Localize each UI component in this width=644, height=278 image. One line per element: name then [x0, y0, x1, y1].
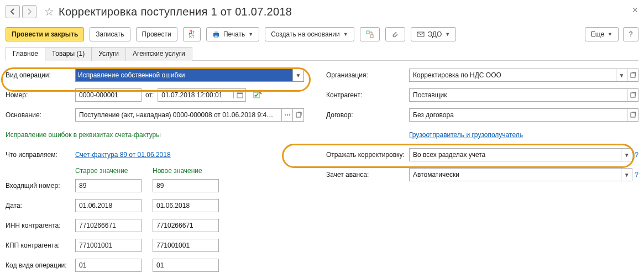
basis-input[interactable]: Поступление (акт, накладная) 0000-000008… [75, 108, 304, 122]
kod-label: Код вида операции: [6, 261, 75, 269]
shipper-consignee-link[interactable]: Грузоотправитель и грузополучатель [409, 131, 523, 139]
chevron-down-icon: ▼ [248, 32, 253, 37]
create-on-basis-button[interactable]: Создать на основании ▼ [265, 27, 354, 41]
toolbar: Провести и закрыть Записать Провести ДтК… [6, 23, 638, 45]
fix-label: Что исправляем: [6, 151, 75, 159]
basis-label: Основание: [6, 111, 75, 119]
sf-date-old[interactable]: 01.06.2018 [75, 199, 142, 212]
incoming-number-row: Входящий номер: 89 89 [6, 177, 304, 195]
back-button[interactable] [6, 5, 20, 18]
tab-main[interactable]: Главное [6, 47, 45, 61]
open-icon[interactable] [292, 109, 303, 121]
calendar-icon[interactable] [233, 92, 245, 98]
open-icon[interactable] [627, 89, 638, 101]
incoming-number-new[interactable]: 89 [153, 179, 219, 192]
contra-combo[interactable]: Поставщик [409, 88, 638, 102]
basis-row: Основание: Поступление (акт, накладная) … [6, 106, 304, 124]
contract-row: Договор: Без договора [326, 106, 638, 124]
create-basis-label: Создать на основании [271, 30, 340, 38]
svg-rect-4 [370, 35, 373, 38]
contract-label: Договор: [326, 111, 409, 119]
chevron-down-icon: ▼ [343, 32, 348, 37]
advance-combo[interactable]: Автоматически ▼ [409, 168, 632, 181]
more-label: Еще [591, 30, 604, 38]
new-value-header: Новое значение [153, 167, 219, 175]
tabs: Главное Товары (1) Услуги Агентские услу… [6, 46, 638, 61]
edo-button[interactable]: ЭДО ▼ [411, 27, 457, 41]
advance-help-icon[interactable]: ? [635, 171, 638, 179]
paperclip-icon [391, 30, 399, 38]
rekv-text: Исправление ошибок в реквизитах счета-фа… [6, 131, 161, 139]
sf-date-row: Дата: 01.06.2018 01.06.2018 [6, 197, 304, 214]
reflect-combo[interactable]: Во всех разделах учета ▼ [409, 148, 632, 161]
chevron-down-icon[interactable]: ▼ [621, 169, 632, 181]
structure-button[interactable] [360, 27, 380, 41]
post-button[interactable]: Провести [136, 27, 177, 41]
from-label: от: [145, 91, 154, 99]
reflect-row: Отражать корректировку: Во всех разделах… [326, 146, 638, 164]
favorite-star-icon[interactable]: ☆ [44, 5, 54, 18]
window-title: Корректировка поступления 1 от 01.07.201… [59, 6, 292, 18]
print-button[interactable]: Печать ▼ [206, 27, 259, 41]
kpp-new[interactable]: 771001001 [153, 239, 219, 252]
attach-button[interactable] [385, 27, 405, 41]
operation-type-label: Вид операции: [6, 71, 75, 79]
kpp-old[interactable]: 771001001 [75, 239, 142, 252]
sf-date-new[interactable]: 01.06.2018 [153, 199, 219, 212]
svg-rect-10 [631, 73, 635, 77]
svg-rect-2 [214, 35, 218, 37]
rekv-info: Исправление ошибок в реквизитах счета-фа… [6, 126, 304, 144]
kod-new[interactable]: 01 [153, 259, 219, 272]
more-button[interactable]: Еще ▼ [585, 27, 619, 41]
old-value-header: Старое значение [75, 167, 142, 175]
contract-combo[interactable]: Без договора [409, 108, 638, 122]
write-button[interactable]: Записать [90, 27, 130, 41]
tab-goods[interactable]: Товары (1) [45, 47, 92, 61]
inn-old[interactable]: 7710266671 [75, 219, 142, 232]
kod-row: Код вида операции: 01 01 [6, 256, 304, 274]
advance-row: Зачет аванса: Автоматически ▼ ? [326, 166, 638, 183]
svg-rect-1 [214, 32, 218, 33]
tab-services[interactable]: Услуги [91, 47, 126, 61]
advance-label: Зачет аванса: [326, 171, 409, 179]
tab-agent-services[interactable]: Агентские услуги [125, 47, 192, 61]
svg-rect-11 [631, 93, 635, 97]
invoice-link[interactable]: Счет-фактура 89 от 01.06.2018 [75, 151, 171, 159]
forward-button[interactable] [22, 5, 36, 18]
svg-rect-7 [237, 93, 243, 94]
kpp-row: КПП контрагента: 771001001 771001001 [6, 237, 304, 254]
contra-row: Контрагент: Поставщик [326, 86, 638, 104]
post-and-close-button[interactable]: Провести и закрыть [6, 27, 84, 41]
org-label: Организация: [326, 71, 409, 79]
edo-label: ЭДО [428, 30, 442, 38]
date-input[interactable]: 01.07.2018 12:00:01 [158, 88, 246, 102]
chevron-down-icon: ▼ [445, 32, 450, 37]
number-input[interactable]: 0000-000001 [75, 88, 142, 102]
print-label: Печать [223, 30, 245, 38]
incoming-number-old[interactable]: 89 [75, 179, 142, 192]
inn-row: ИНН контрагента: 7710266671 7710266671 [6, 217, 304, 234]
open-icon[interactable] [627, 109, 638, 121]
operation-type-value: Исправление собственной ошибки [76, 69, 292, 81]
chevron-down-icon[interactable]: ▼ [621, 149, 632, 161]
inn-label: ИНН контрагента: [6, 222, 75, 229]
number-label: Номер: [6, 91, 75, 99]
kod-old[interactable]: 01 [75, 259, 142, 272]
org-combo[interactable]: Корректировка по НДС ООО ▼ [409, 69, 638, 82]
chevron-down-icon[interactable]: ▼ [616, 69, 627, 81]
operation-type-combo[interactable]: Исправление собственной ошибки ▼ [75, 69, 304, 82]
inn-new[interactable]: 7710266671 [153, 219, 219, 232]
form-area: Вид операции: Исправление собственной ош… [6, 61, 638, 276]
chevron-down-icon[interactable]: ▼ [292, 69, 303, 81]
gruzo-row: Грузоотправитель и грузополучатель [326, 126, 638, 144]
ellipsis-icon[interactable]: ⋯ [281, 109, 292, 121]
arrow-left-icon [9, 8, 16, 15]
help-button[interactable]: ? [623, 27, 638, 41]
reflect-help-icon[interactable]: ? [635, 151, 638, 159]
close-button[interactable]: ✕ [632, 6, 638, 14]
fix-row: Что исправляем: Счет-фактура 89 от 01.06… [6, 146, 304, 164]
title-bar: ☆ Корректировка поступления 1 от 01.07.2… [6, 0, 638, 23]
open-icon[interactable] [627, 69, 638, 81]
dtkt-button[interactable]: ДтКт [183, 27, 201, 41]
posted-status-icon [253, 90, 263, 100]
